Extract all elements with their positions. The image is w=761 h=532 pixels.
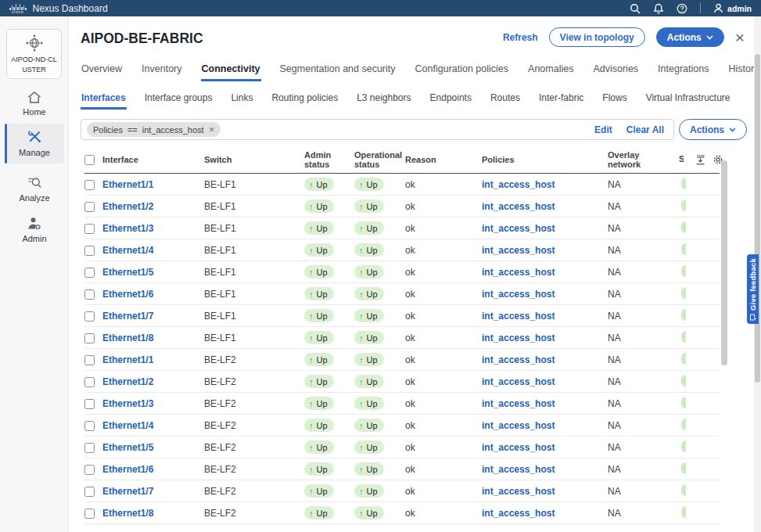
table-scrollbar-thumb[interactable] [721, 160, 727, 365]
select-all-checkbox[interactable] [84, 155, 95, 165]
policy-link[interactable]: int_access_host [482, 508, 555, 519]
tab-history[interactable]: History [727, 60, 754, 81]
interface-link[interactable]: Ethernet1/1 [102, 179, 153, 190]
page-actions-button[interactable]: Actions [656, 27, 724, 47]
row-checkbox[interactable] [84, 268, 95, 278]
filter-clear-all-button[interactable]: Clear All [626, 124, 664, 135]
policy-link[interactable]: int_access_host [482, 201, 555, 212]
help-icon[interactable] [677, 3, 687, 14]
row-checkbox[interactable] [84, 487, 95, 497]
table-scrollbar[interactable] [721, 151, 727, 532]
policy-link[interactable]: int_access_host [482, 311, 555, 322]
policy-link[interactable]: int_access_host [482, 420, 555, 431]
row-checkbox[interactable] [84, 246, 95, 256]
refresh-button[interactable]: Refresh [503, 32, 538, 43]
interface-link[interactable]: Ethernet1/3 [102, 223, 153, 234]
interface-link[interactable]: Ethernet1/7 [102, 311, 153, 322]
tab-advisories[interactable]: Advisories [592, 60, 639, 81]
policy-link[interactable]: int_access_host [482, 486, 555, 497]
subtab-flows[interactable]: Flows [601, 89, 627, 110]
policy-link[interactable]: int_access_host [482, 179, 555, 190]
tab-overview[interactable]: Overview [81, 60, 123, 81]
subtab-interfaces[interactable]: Interfaces [81, 89, 127, 110]
policy-link[interactable]: int_access_host [482, 376, 555, 387]
interface-link[interactable]: Ethernet1/8 [102, 508, 153, 519]
notifications-icon[interactable] [653, 3, 664, 14]
up-arrow-icon: ↑ [309, 399, 314, 408]
sidebar-item-manage[interactable]: Manage [5, 124, 64, 164]
sidebar-item-analyze[interactable]: Analyze [5, 171, 64, 209]
tab-integrations[interactable]: Integrations [657, 60, 709, 81]
tab-inventory[interactable]: Inventory [141, 60, 182, 81]
filter-edit-button[interactable]: Edit [594, 124, 612, 135]
row-checkbox[interactable] [84, 443, 95, 453]
subtab-routing-policies[interactable]: Routing policies [271, 89, 339, 110]
interface-link[interactable]: Ethernet1/2 [102, 376, 153, 387]
policy-link[interactable]: int_access_host [482, 442, 555, 453]
interface-link[interactable]: Ethernet1/6 [102, 289, 153, 300]
row-checkbox[interactable] [84, 355, 95, 365]
sidebar-item-admin[interactable]: Admin [5, 211, 64, 250]
interface-link[interactable]: Ethernet1/5 [102, 267, 153, 278]
tab-configuration-policies[interactable]: Configuration policies [415, 60, 510, 81]
row-checkbox[interactable] [84, 202, 95, 212]
interface-link[interactable]: Ethernet1/4 [102, 245, 153, 256]
interface-link[interactable]: Ethernet1/1 [102, 354, 153, 365]
interface-link[interactable]: Ethernet1/2 [102, 201, 153, 212]
column-header-switch[interactable]: Switch [204, 155, 304, 164]
subtab-inter-fabric[interactable]: Inter-fabric [538, 89, 584, 110]
column-header-interface[interactable]: Interface [102, 155, 204, 164]
column-header-admin-status[interactable]: Admin status [304, 150, 354, 169]
column-header-operational-status[interactable]: Operational status [354, 150, 405, 169]
row-checkbox[interactable] [84, 465, 95, 475]
chip-remove-icon[interactable]: × [209, 125, 215, 134]
row-checkbox[interactable] [84, 224, 95, 234]
column-header-overlay-network[interactable]: Overlay network [608, 150, 679, 169]
policy-link[interactable]: int_access_host [482, 354, 555, 365]
subtab-endpoints[interactable]: Endpoints [429, 89, 472, 110]
policy-link[interactable]: int_access_host [482, 267, 555, 278]
policy-link[interactable]: int_access_host [482, 289, 555, 300]
subtab-links[interactable]: Links [230, 89, 253, 110]
subtab-virtual-infrastructure[interactable]: Virtual Infrastructure [645, 89, 731, 110]
export-100-icon[interactable]: 100 [694, 153, 707, 165]
column-header-clipped: S [679, 154, 684, 164]
tab-anomalies[interactable]: Anomalies [527, 60, 574, 81]
tab-connectivity[interactable]: Connectivity [201, 60, 261, 81]
subtab-routes[interactable]: Routes [490, 89, 521, 110]
row-checkbox[interactable] [84, 421, 95, 431]
row-checkbox[interactable] [84, 377, 95, 387]
tab-segmentation-and-security[interactable]: Segmentation and security [279, 60, 397, 81]
interface-link[interactable]: Ethernet1/8 [102, 332, 153, 343]
row-checkbox[interactable] [84, 509, 95, 519]
view-in-topology-button[interactable]: View in topology [549, 27, 645, 47]
policy-link[interactable]: int_access_host [482, 332, 555, 343]
give-feedback-button[interactable]: Give feedback [747, 254, 759, 324]
policy-link[interactable]: int_access_host [482, 398, 555, 409]
page-scrollbar-thumb[interactable] [755, 54, 760, 383]
policy-link[interactable]: int_access_host [482, 223, 555, 234]
subtab-interface-groups[interactable]: Interface groups [144, 89, 214, 110]
row-checkbox[interactable] [84, 333, 95, 343]
cluster-selector[interactable]: AIPOD-ND-CLUSTER [6, 29, 62, 79]
row-checkbox[interactable] [84, 289, 95, 300]
search-icon[interactable] [630, 3, 641, 14]
interface-link[interactable]: Ethernet1/3 [102, 398, 153, 409]
interface-link[interactable]: Ethernet1/6 [102, 464, 153, 475]
column-header-policies[interactable]: Policies [482, 155, 608, 164]
column-header-reason[interactable]: Reason [405, 155, 482, 164]
policy-link[interactable]: int_access_host [482, 464, 555, 475]
row-checkbox[interactable] [84, 311, 95, 322]
user-menu[interactable]: admin [713, 3, 752, 13]
interface-link[interactable]: Ethernet1/7 [102, 486, 153, 497]
row-checkbox[interactable] [84, 180, 95, 190]
interface-link[interactable]: Ethernet1/4 [102, 420, 153, 431]
filter-input[interactable]: Policies == int_access_host × Edit Clear… [81, 119, 674, 140]
table-actions-button[interactable]: Actions [679, 119, 747, 140]
subtab-l3-neighbors[interactable]: L3 neighbors [356, 89, 411, 110]
interface-link[interactable]: Ethernet1/5 [102, 442, 153, 453]
close-icon[interactable]: × [735, 29, 745, 45]
policy-link[interactable]: int_access_host [482, 245, 555, 256]
row-checkbox[interactable] [84, 399, 95, 409]
sidebar-item-home[interactable]: Home [5, 86, 64, 123]
